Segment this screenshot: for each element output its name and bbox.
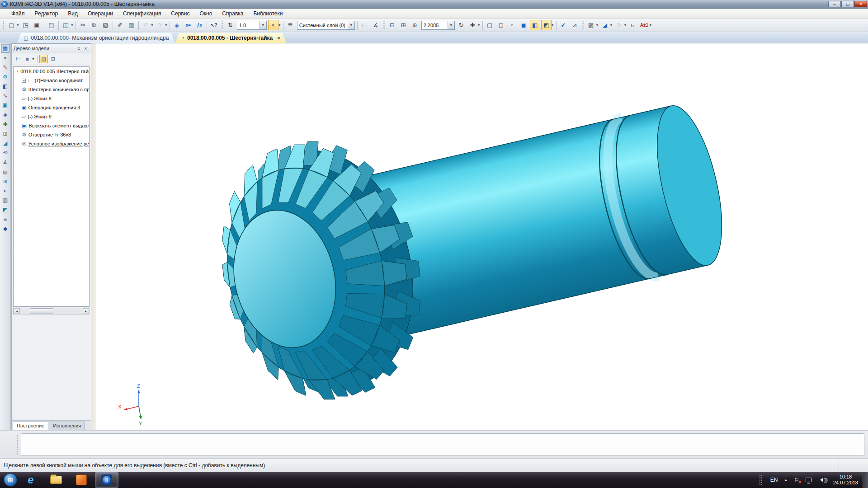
left-toolbar-icon-8[interactable]: ◈ [1,110,10,119]
variables-button[interactable]: x= [183,20,193,30]
axis-orientation-button[interactable]: ∡ [371,20,381,30]
menu-8[interactable]: Справка [217,9,248,18]
left-toolbar-icon-9[interactable]: ✚ [1,120,10,129]
viewport-3d[interactable]: ZXY [95,43,868,430]
zoom-sheet-button[interactable]: ⊞ [398,20,409,30]
tree-item-3[interactable]: ▱(-) Эскиз:8 [14,94,89,103]
solid-body-button[interactable]: ◢ [600,20,610,30]
left-toolbar-icon-20[interactable]: ◆ [1,224,10,233]
show-desktop-button[interactable] [863,472,868,488]
chevron-down-icon[interactable]: ▼ [649,23,652,27]
minimize-button[interactable]: ─ [828,1,841,7]
left-toolbar-icon-14[interactable]: ▤ [1,167,10,176]
left-toolbar-icon-2[interactable]: ⌖ [1,53,10,62]
quick-display-button[interactable]: ✔ [558,20,569,30]
chevron-down-icon[interactable]: ▼ [610,23,613,27]
tree-item-2[interactable]: ⚙Шестерня коническая с прям [14,85,89,94]
left-toolbar-icon-15[interactable]: ≋ [1,177,10,186]
left-toolbar-icon-1[interactable]: ▦ [1,44,10,53]
tree-new-window-button[interactable]: ⊞ [49,55,57,63]
open-button[interactable]: ◳ [20,20,31,30]
chevron-down-icon[interactable]: ▼ [32,57,35,61]
menu-6[interactable]: Сервис [166,9,194,18]
left-toolbar-icon-4[interactable]: ⚙ [1,72,10,81]
left-toolbar-icon-18[interactable]: ◩ [1,205,10,214]
preview-button[interactable]: ◫ [61,20,71,30]
document-tab-2[interactable]: ◔0018.00.00.005 - Шестерня-гайка× [175,33,286,43]
tolerance-button[interactable]: A±1 [639,20,649,30]
layers-button[interactable]: ≣ [285,20,296,30]
window-manager-button[interactable]: ◈ [172,20,182,30]
zoom-region-button[interactable]: ⊡ [387,20,397,30]
shaded-button[interactable]: ◼ [519,20,529,30]
chevron-down-icon[interactable]: ▼ [596,23,599,27]
left-toolbar-icon-10[interactable]: ⊞ [1,129,10,138]
chevron-down-icon[interactable]: ▼ [551,23,554,27]
panel-tab-2[interactable]: Исполнения [49,422,85,430]
tray-expand-icon[interactable]: ▲ [784,478,788,482]
tree-structure-button[interactable]: ⊢ [14,55,22,63]
tree-item-1[interactable]: +∟(т)Начало координат [14,76,89,85]
left-toolbar-icon-16[interactable]: ◐ [1,186,10,195]
orientation-button[interactable]: ✚ [467,20,478,30]
left-toolbar-icon-19[interactable]: ≡ [1,215,10,224]
spreadsheet-button[interactable]: ▦ [126,20,137,30]
model-gear-shaft[interactable]: ZXY [95,43,868,432]
menu-1[interactable]: Файл [6,9,30,18]
line-scale-combo[interactable]: 1.0▼ [237,21,267,30]
shaded-edges-button[interactable]: ◧ [530,20,540,30]
taskbar-explorer[interactable] [44,472,68,488]
scroll-left-icon[interactable]: ◄ [14,308,20,314]
chevron-down-icon[interactable]: ▼ [448,21,454,29]
tree-item-5[interactable]: ▱(-) Эскиз:9 [14,112,89,121]
left-toolbar-icon-11[interactable]: ◢ [1,139,10,148]
section-view-button[interactable]: ▨ [586,20,596,30]
chevron-down-icon[interactable]: ▼ [259,21,266,29]
message-panel[interactable] [21,433,864,456]
pin-icon[interactable]: ↧ [75,45,82,52]
layer-combo[interactable]: Системный слой (0)▼ [297,21,355,30]
save-button[interactable]: ▣ [32,20,42,30]
local-cs-button[interactable]: ∟ [359,20,370,30]
left-toolbar-icon-5[interactable]: ◧ [1,82,10,91]
action-center-icon[interactable]: ⚐✕ [794,477,799,483]
menu-7[interactable]: Окно [194,9,217,18]
start-button[interactable]: ⊞ [4,473,17,487]
scroll-right-icon[interactable]: ► [83,308,89,314]
close-button[interactable]: ✕ [854,1,867,7]
tree-item-7[interactable]: ⚙Отверстие Tr 36x3 [14,130,89,139]
scrollbar-thumb[interactable] [30,308,53,314]
hidden-thin-button[interactable]: ▫ [507,20,518,30]
copy-button[interactable]: ⧉ [89,20,99,30]
menu-9[interactable]: Библиотеки [248,9,288,18]
wireframe-button[interactable]: ▢ [485,20,495,30]
maximize-button[interactable]: ▢ [841,1,854,7]
menu-4[interactable]: Операции [83,9,118,18]
new-document-button[interactable]: ▢ [6,20,17,30]
refresh-button[interactable]: ↻ [456,20,467,30]
tree-item-6[interactable]: ▣Вырезать элемент выдавлива [14,121,89,130]
snap-settings-button[interactable]: ⌖ [268,20,278,30]
document-tab-1[interactable]: ◫0018.00.00.000- Механизм ориентации гид… [17,33,175,43]
taskbar-internet-explorer[interactable]: e [19,472,42,488]
left-toolbar-icon-17[interactable]: ▥ [1,196,10,205]
tab-close-icon[interactable]: × [277,35,280,41]
chevron-down-icon[interactable]: ▼ [16,23,19,27]
menu-3[interactable]: Вид [63,9,83,18]
left-toolbar-icon-7[interactable]: ▣ [1,101,10,110]
current-step-button[interactable]: ⇅ [225,20,236,30]
menu-2[interactable]: Редактор [30,9,63,18]
expand-icon[interactable]: + [22,79,26,83]
tree-filter-button[interactable]: ≡ [23,55,32,63]
tree-item-8[interactable]: ◎Условное изображение резьб [14,139,89,148]
taskbar-app-orange[interactable] [70,472,93,488]
fx-button[interactable]: ƒx [194,20,205,30]
copy-properties-button[interactable]: ✐ [115,20,125,30]
chevron-down-icon[interactable]: ▼ [71,23,74,27]
taskbar-kompas[interactable]: К [95,472,118,488]
cut-button[interactable]: ✂ [78,20,88,30]
zoom-scale-combo[interactable]: 2.2085▼ [421,21,455,30]
network-icon[interactable] [806,478,811,482]
help-cursor-button[interactable]: ↖? [209,20,219,30]
language-indicator[interactable]: EN [770,477,778,483]
